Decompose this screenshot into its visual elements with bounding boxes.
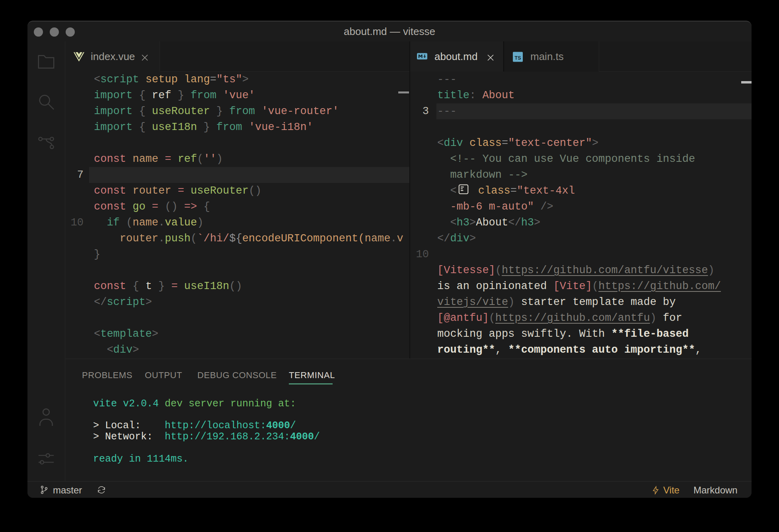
svg-text:TS: TS (515, 55, 521, 61)
